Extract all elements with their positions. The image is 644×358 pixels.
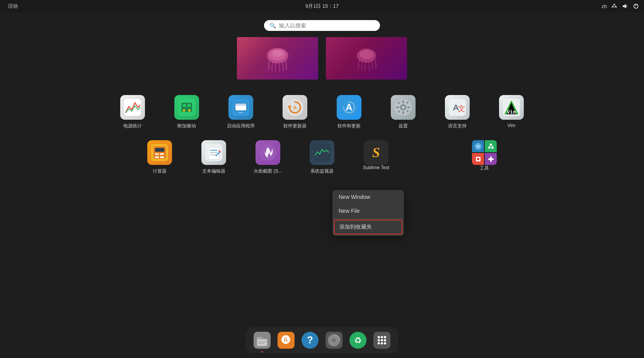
calculator-icon: + − xyxy=(147,140,172,165)
context-menu: New Window New File 添加到收藏夹 xyxy=(332,190,404,236)
svg-line-3 xyxy=(612,4,614,7)
svg-point-13 xyxy=(359,50,373,59)
dock-help[interactable]: ? xyxy=(300,330,320,350)
app-sublime[interactable]: S Sublime Text xyxy=(349,136,403,178)
app-power-stats[interactable]: 电源统计 xyxy=(106,91,160,133)
app-additional-drivers[interactable]: 附加驱动 xyxy=(160,91,214,133)
svg-rect-37 xyxy=(407,107,410,108)
svg-point-33 xyxy=(402,106,405,109)
workspaces-container xyxy=(0,37,644,80)
power-stats-icon xyxy=(120,95,145,120)
app-row-2: + − 计算器 xyxy=(133,136,511,178)
search-bar-container: 🔍 xyxy=(0,12,644,31)
text-editor-icon xyxy=(201,140,226,165)
topbar-right: zh xyxy=(601,3,639,10)
sublime-s-letter: S xyxy=(372,144,380,161)
main-content: 🔍 xyxy=(0,12,644,358)
svg-text:−: − xyxy=(161,151,164,157)
context-menu-new-window[interactable]: New Window xyxy=(332,190,404,204)
svg-text:♻: ♻ xyxy=(354,336,362,345)
context-menu-add-favorites[interactable]: 添加到收藏夹 xyxy=(334,220,402,234)
dock-trash[interactable]: ♻ xyxy=(348,330,368,350)
topbar: 活动 9月1日 15：17 zh xyxy=(0,0,644,12)
app-language[interactable]: A 文 语言支持 xyxy=(430,91,484,133)
svg-point-91 xyxy=(378,336,380,338)
svg-rect-59 xyxy=(208,147,219,159)
svg-point-19 xyxy=(183,109,185,112)
svg-rect-77 xyxy=(257,339,267,346)
software-updates-icon: A xyxy=(337,95,361,120)
power-stats-label: 电源统计 xyxy=(123,123,142,129)
dock-app-grid[interactable] xyxy=(372,330,392,350)
datetime-display: 9月1日 15：17 xyxy=(305,3,339,10)
app-calculator[interactable]: + − 计算器 xyxy=(133,136,187,178)
app-software-updater[interactable]: A 软件更新器 xyxy=(268,91,322,133)
svg-text:A: A xyxy=(293,105,297,110)
sublime-label: Sublime Text xyxy=(363,165,389,170)
dock-dvd[interactable] xyxy=(324,330,344,350)
svg-rect-64 xyxy=(313,144,331,161)
tools-label: 工具 xyxy=(480,165,489,171)
text-editor-label: 文本编辑器 xyxy=(202,168,225,175)
svg-rect-24 xyxy=(235,103,246,106)
software-updates-label: 软件和更新 xyxy=(337,123,361,129)
svg-rect-17 xyxy=(183,104,186,107)
app-flameshot[interactable]: 火焰截图 (S... xyxy=(241,136,295,178)
svg-point-98 xyxy=(381,342,383,344)
svg-text:A: A xyxy=(346,102,352,112)
svg-rect-35 xyxy=(402,111,404,114)
additional-drivers-icon xyxy=(174,95,199,120)
app-software-updates[interactable]: A 软件和更新 xyxy=(322,91,376,133)
activities-button[interactable]: 活动 xyxy=(5,2,21,10)
svg-point-11 xyxy=(272,50,283,57)
search-bar[interactable]: 🔍 xyxy=(264,20,380,31)
settings-icon xyxy=(391,95,416,120)
settings-label: 设置 xyxy=(399,123,408,129)
app-system-monitor[interactable]: 系统监视器 xyxy=(295,136,349,178)
vim-label: Vim xyxy=(508,123,515,128)
svg-point-87 xyxy=(333,339,335,341)
dock-files-dot xyxy=(261,351,263,353)
svg-rect-25 xyxy=(239,112,243,113)
language-icon: A 文 xyxy=(445,95,470,120)
app-startup[interactable]: 启动应用程序 xyxy=(214,91,268,133)
calculator-label: 计算器 xyxy=(153,168,167,175)
language-label: 语言支持 xyxy=(448,123,467,129)
power-icon[interactable] xyxy=(632,3,639,10)
app-text-editor[interactable]: 文本编辑器 xyxy=(187,136,241,178)
svg-point-67 xyxy=(490,144,492,146)
svg-point-95 xyxy=(381,339,383,341)
dock-files[interactable] xyxy=(252,330,272,350)
app-vim[interactable]: Vim Vim xyxy=(484,91,538,133)
language-indicator[interactable]: zh xyxy=(601,3,607,9)
svg-text:🅐: 🅐 xyxy=(281,335,291,345)
system-monitor-icon xyxy=(310,140,334,165)
svg-rect-76 xyxy=(257,337,262,339)
workspace-thumb-1[interactable] xyxy=(237,37,318,80)
svg-text:?: ? xyxy=(307,334,313,346)
app-tools[interactable]: 工具 xyxy=(457,136,511,178)
software-updater-label: 软件更新器 xyxy=(283,123,307,129)
additional-drivers-label: 附加驱动 xyxy=(177,123,196,129)
app-row-1: 电源统计 附加驱动 xyxy=(106,91,538,133)
network-icon[interactable] xyxy=(611,3,618,10)
svg-point-68 xyxy=(488,146,491,149)
svg-point-69 xyxy=(491,146,494,149)
svg-line-4 xyxy=(614,4,616,7)
svg-rect-36 xyxy=(396,107,399,108)
flameshot-label: 火焰截图 (S... xyxy=(254,168,282,175)
svg-point-97 xyxy=(378,342,380,344)
svg-point-20 xyxy=(188,109,191,112)
volume-icon[interactable] xyxy=(622,3,629,10)
dock-software-center[interactable]: 🅐 xyxy=(276,330,296,350)
search-input[interactable] xyxy=(279,22,375,29)
svg-rect-34 xyxy=(402,100,404,103)
svg-point-92 xyxy=(381,336,383,338)
context-menu-new-file[interactable]: New File xyxy=(332,204,404,218)
svg-text:Vim: Vim xyxy=(507,109,516,115)
vim-icon: Vim xyxy=(499,95,524,120)
svg-point-66 xyxy=(477,145,480,148)
app-grid: 电源统计 附加驱动 xyxy=(0,91,644,182)
app-settings[interactable]: 设置 xyxy=(376,91,430,133)
workspace-thumb-2[interactable] xyxy=(326,37,407,80)
